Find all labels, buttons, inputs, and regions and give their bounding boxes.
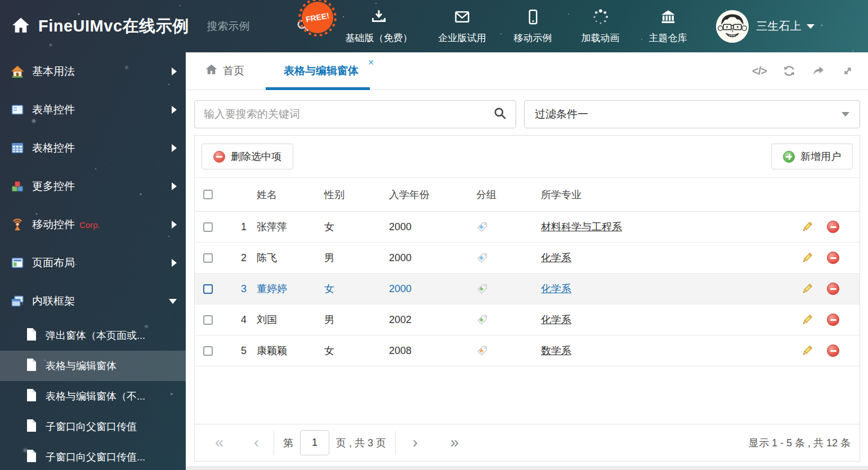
file-icon xyxy=(26,388,37,404)
prev-page-button[interactable]: ‹ xyxy=(254,434,259,451)
sidebar-subitem-child-to-parent-2[interactable]: 子窗口向父窗口传值... xyxy=(0,442,186,470)
row-checkbox[interactable] xyxy=(203,253,213,263)
chevron-right-icon xyxy=(172,221,177,229)
cell-name: 陈飞 xyxy=(249,243,316,273)
nav-item-enterprise-trial[interactable]: 企业版试用 xyxy=(439,8,486,44)
filter-row: 过滤条件一 xyxy=(194,100,860,128)
header-search-input[interactable] xyxy=(207,20,292,33)
edit-pencil-icon[interactable] xyxy=(800,314,813,326)
home-icon[interactable] xyxy=(11,16,30,37)
row-checkbox[interactable] xyxy=(203,315,213,325)
sidebar: 基本用法 表单控件 表格控件 更多控件 移动控件 Corp. 页面布局 xyxy=(0,52,186,470)
sidebar-item-form-controls[interactable]: 表单控件 xyxy=(0,91,186,129)
edit-pencil-icon[interactable] xyxy=(800,283,813,296)
share-icon[interactable] xyxy=(812,64,825,78)
page-label: 第 xyxy=(283,436,293,450)
bank-icon xyxy=(660,8,677,28)
first-page-button[interactable]: « xyxy=(215,434,223,451)
major-link[interactable]: 材料科学与工程系 xyxy=(541,220,622,234)
keyword-search-input[interactable] xyxy=(204,108,493,120)
last-page-button[interactable]: » xyxy=(450,434,459,451)
table-empty-space xyxy=(195,366,860,424)
column-header-name[interactable]: 姓名 xyxy=(249,178,316,211)
keyword-search-box xyxy=(194,100,516,128)
nav-item-basic-edition[interactable]: FREE! 基础版（免费） xyxy=(346,8,413,44)
table-row[interactable]: 1 张萍萍 女 2000 材料科学与工程系 xyxy=(195,212,860,243)
sidebar-subitem-child-to-parent[interactable]: 子窗口向父窗口传值 xyxy=(0,411,186,442)
column-header-group[interactable]: 分组 xyxy=(468,178,533,211)
sidebar-item-more-controls[interactable]: 更多控件 xyxy=(0,167,186,205)
cell-gender: 男 xyxy=(316,243,381,273)
row-number: 4 xyxy=(224,305,249,335)
cell-year: 2002 xyxy=(381,305,468,335)
page-number-input[interactable] xyxy=(300,430,329,455)
nav-item-theme-store[interactable]: 主题仓库 xyxy=(647,8,689,44)
free-badge: FREE! xyxy=(299,0,335,35)
sidebar-item-page-layout[interactable]: 页面布局 xyxy=(0,244,186,282)
delete-row-icon[interactable] xyxy=(827,344,839,357)
column-header-year[interactable]: 入学年份 xyxy=(381,178,468,211)
expand-icon[interactable] xyxy=(841,64,854,78)
delete-selected-button[interactable]: 删除选中项 xyxy=(202,144,293,169)
sidebar-item-grid-controls[interactable]: 表格控件 xyxy=(0,129,186,167)
edit-pencil-icon[interactable] xyxy=(800,221,813,234)
tag-icon xyxy=(468,274,533,304)
username[interactable]: 三生石上 xyxy=(757,19,815,34)
cell-name: 刘国 xyxy=(249,305,316,335)
table-row-selected[interactable]: 3 董婷婷 女 2000 化学系 xyxy=(195,274,860,305)
sidebar-subitem-grid-edit-window-2[interactable]: 表格与编辑窗体（不... xyxy=(0,381,186,411)
next-page-button[interactable]: › xyxy=(413,434,418,451)
tab-grid-edit-window[interactable]: 表格与编辑窗体 ✕ xyxy=(277,52,365,89)
delete-row-icon[interactable] xyxy=(827,314,839,326)
edit-pencil-icon[interactable] xyxy=(800,344,813,357)
table-row[interactable]: 4 刘国 男 2002 化学系 xyxy=(195,305,860,335)
major-link[interactable]: 数学系 xyxy=(541,344,571,357)
sidebar-subitem-grid-edit-window[interactable]: 表格与编辑窗体 xyxy=(0,351,186,381)
nav-item-loading-animation[interactable]: 加载动画 xyxy=(580,8,621,44)
sidebar-item-iframe[interactable]: 内联框架 xyxy=(0,282,186,320)
top-header: FineUIMvc在线示例 FREE! 基础版（免费） 企业版试用 xyxy=(0,0,868,52)
tag-icon xyxy=(468,212,533,242)
major-link[interactable]: 化学系 xyxy=(541,251,571,265)
file-icon xyxy=(26,449,37,465)
sidebar-item-mobile-controls[interactable]: 移动控件 Corp. xyxy=(0,205,186,244)
row-checkbox[interactable] xyxy=(203,284,213,294)
column-header-major[interactable]: 所学专业 xyxy=(533,178,781,211)
refresh-icon[interactable] xyxy=(782,64,796,78)
sidebar-item-basic-usage[interactable]: 基本用法 xyxy=(0,52,186,91)
add-user-button[interactable]: 新增用户 xyxy=(771,144,853,169)
nav-item-mobile-demo[interactable]: 移动示例 xyxy=(512,8,554,44)
grid-panel: 删除选中项 新增用户 姓名 性别 入学年份 分组 所学专业 1 xyxy=(194,135,860,462)
table-row[interactable]: 2 陈飞 男 2000 化学系 xyxy=(195,243,860,274)
delete-row-icon[interactable] xyxy=(827,283,839,295)
sidebar-subitem-popup-window[interactable]: 弹出窗体（本页面或... xyxy=(0,320,186,351)
delete-row-icon[interactable] xyxy=(827,221,839,233)
filter-dropdown[interactable]: 过滤条件一 xyxy=(524,100,860,128)
antenna-icon xyxy=(10,218,25,231)
table-row[interactable]: 5 康颖颖 女 2008 数学系 xyxy=(195,335,860,366)
file-icon xyxy=(26,328,37,343)
search-icon[interactable] xyxy=(493,106,507,122)
close-icon[interactable]: ✕ xyxy=(368,58,374,67)
code-icon[interactable]: </> xyxy=(752,65,767,78)
cell-gender: 女 xyxy=(316,212,381,242)
user-menu[interactable]: 三生石上 xyxy=(716,10,815,43)
cell-year: 2000 xyxy=(381,212,468,242)
major-link[interactable]: 化学系 xyxy=(541,282,571,296)
cell-year: 2008 xyxy=(381,335,468,366)
avatar xyxy=(716,10,749,43)
layout-icon xyxy=(10,256,25,270)
row-number: 2 xyxy=(224,243,249,273)
record-summary: 显示 1 - 5 条 , 共 12 条 xyxy=(749,436,851,450)
tab-home[interactable]: 首页 xyxy=(205,52,244,89)
corp-badge: Corp. xyxy=(79,220,100,230)
column-header-gender[interactable]: 性别 xyxy=(316,178,381,211)
pagination-bar: « ‹ 第 页 , 共 3 页 › » 显示 1 - 5 条 , 共 12 条 xyxy=(195,424,860,461)
row-checkbox[interactable] xyxy=(203,222,213,232)
row-checkbox[interactable] xyxy=(203,346,213,356)
edit-pencil-icon[interactable] xyxy=(800,252,813,265)
select-all-checkbox[interactable] xyxy=(203,190,213,199)
delete-row-icon[interactable] xyxy=(827,252,839,264)
major-link[interactable]: 化学系 xyxy=(541,313,571,326)
nav-label: 主题仓库 xyxy=(649,32,687,44)
